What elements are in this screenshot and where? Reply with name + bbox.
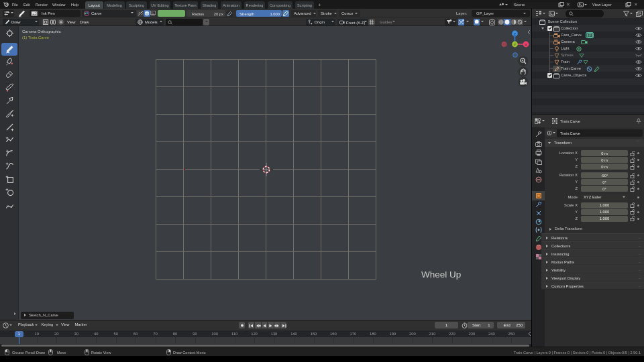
svg-text:Y: Y [514, 43, 517, 47]
svg-text:Z: Z [514, 32, 517, 36]
svg-text:Fly: Fly [151, 12, 154, 15]
svg-text:X: X [525, 43, 527, 47]
